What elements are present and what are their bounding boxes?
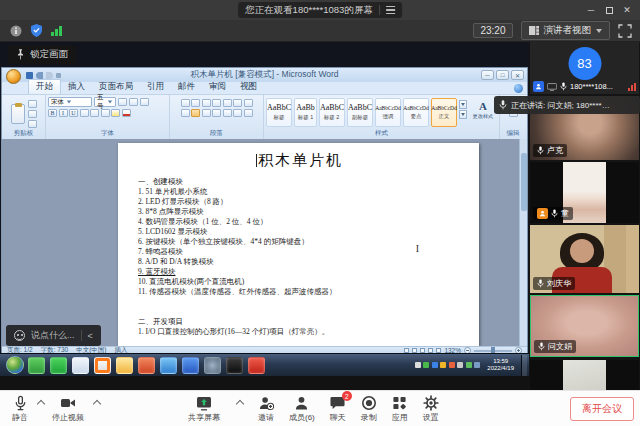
- chat-button[interactable]: 2 聊天: [330, 395, 346, 423]
- justify-button[interactable]: [212, 109, 221, 117]
- chat-quick-input[interactable]: 说点什么... <: [6, 325, 101, 346]
- word-close-button[interactable]: ✕: [511, 70, 524, 80]
- align-right-button[interactable]: [202, 109, 211, 117]
- superscript-button[interactable]: [101, 109, 110, 117]
- style-card-heading2[interactable]: AaBbC 标题 2: [319, 98, 345, 127]
- word-help-icon[interactable]: [514, 84, 523, 93]
- screen-recorder-icon[interactable]: [50, 357, 67, 374]
- browser-icon[interactable]: [28, 357, 45, 374]
- increase-indent-button[interactable]: [223, 99, 232, 107]
- font-size-combo[interactable]: 五号: [94, 97, 116, 107]
- pointer-app-icon[interactable]: [226, 357, 243, 374]
- align-center-button[interactable]: [191, 109, 200, 117]
- stop-video-button[interactable]: 停止视频: [52, 395, 84, 423]
- tab-page-layout[interactable]: 页面布局: [92, 80, 140, 94]
- apps-button[interactable]: 应用: [392, 395, 408, 423]
- align-left-button[interactable]: [181, 109, 190, 117]
- chat-collapse-icon[interactable]: <: [88, 331, 93, 341]
- app-icon[interactable]: [182, 357, 199, 374]
- globe-icon[interactable]: [204, 357, 221, 374]
- line-spacing-button[interactable]: [223, 109, 232, 117]
- tab-mailings[interactable]: 邮件: [171, 80, 202, 94]
- font-name-combo[interactable]: 宋体: [48, 97, 92, 107]
- chat-placeholder[interactable]: 说点什么...: [31, 329, 75, 342]
- style-card-emphasis[interactable]: AaBbCcDd 强调: [375, 98, 401, 127]
- borders-button[interactable]: [244, 109, 253, 117]
- mute-button[interactable]: 静音: [12, 395, 28, 423]
- shield-security-icon[interactable]: [31, 24, 42, 37]
- bullets-button[interactable]: [181, 99, 190, 107]
- zoom-slider[interactable]: [474, 350, 512, 352]
- sort-button[interactable]: [233, 99, 242, 107]
- notepad-icon[interactable]: [72, 357, 89, 374]
- system-tray-icons[interactable]: [415, 362, 481, 368]
- watching-banner[interactable]: 您正在观看180****1083的屏幕: [238, 2, 402, 18]
- powerpoint-icon[interactable]: [138, 357, 155, 374]
- participant-tile-presenter[interactable]: 83 180****108...: [530, 42, 639, 94]
- office-button[interactable]: [6, 69, 21, 84]
- styles-gallery-scroll[interactable]: [459, 98, 467, 119]
- multilevel-list-button[interactable]: [202, 99, 211, 107]
- view-mode-button[interactable]: 演讲者视图: [521, 21, 611, 40]
- fullscreen-icon[interactable]: [618, 24, 632, 38]
- style-card-points[interactable]: AaBbCcDd 要点: [403, 98, 429, 127]
- paste-button[interactable]: [11, 104, 25, 124]
- subscript-button[interactable]: [90, 109, 99, 117]
- shrink-font-button[interactable]: [129, 98, 138, 106]
- format-painter-button[interactable]: [28, 120, 37, 128]
- word-minimize-button[interactable]: ─: [481, 70, 494, 80]
- qq-icon[interactable]: [160, 357, 177, 374]
- sogou-icon[interactable]: [94, 357, 111, 374]
- document-page[interactable]: 积木单片机 一、创建模块 1. 51 单片机最小系统 2. LED 灯显示模块（…: [118, 143, 479, 346]
- share-screen-button[interactable]: 共享屏幕: [188, 395, 220, 423]
- decrease-indent-button[interactable]: [212, 99, 221, 107]
- tab-review[interactable]: 审阅: [202, 80, 233, 94]
- tab-insert[interactable]: 插入: [61, 80, 92, 94]
- invite-button[interactable]: 邀请: [258, 395, 274, 423]
- copy-button[interactable]: [28, 110, 37, 118]
- show-marks-button[interactable]: [244, 99, 253, 107]
- emoji-icon[interactable]: [14, 330, 25, 341]
- numbering-button[interactable]: [191, 99, 200, 107]
- show-desktop-button[interactable]: [521, 355, 527, 376]
- participant-tile[interactable]: 刘庆华: [530, 225, 639, 293]
- word-document-area[interactable]: 积木单片机 一、创建模块 1. 51 单片机最小系统 2. LED 灯显示模块（…: [2, 139, 527, 346]
- cut-button[interactable]: [28, 100, 37, 108]
- strikethrough-button[interactable]: [80, 109, 89, 117]
- italic-button[interactable]: I: [59, 109, 68, 117]
- shading-button[interactable]: [233, 109, 242, 117]
- minimize-button[interactable]: ─: [582, 2, 600, 18]
- video-options-chevron[interactable]: [93, 400, 101, 408]
- style-card-heading1[interactable]: AaBb 标题 1: [294, 98, 317, 127]
- font-color-button[interactable]: [122, 109, 131, 117]
- participant-tile-speaking[interactable]: 问文娟: [530, 295, 639, 357]
- settings-button[interactable]: 设置: [423, 395, 439, 423]
- style-card-normal[interactable]: AaBbCcDd 正文: [431, 98, 457, 127]
- participant-tile[interactable]: [530, 360, 639, 390]
- underline-button[interactable]: U: [69, 109, 78, 117]
- start-button[interactable]: [6, 356, 24, 374]
- pdf-icon[interactable]: [248, 357, 265, 374]
- clear-format-button[interactable]: [140, 98, 149, 106]
- style-card-subtitle[interactable]: AaBbC 副标题: [347, 98, 373, 127]
- leave-meeting-button[interactable]: 离开会议: [570, 397, 634, 421]
- close-button[interactable]: ✕: [618, 2, 636, 18]
- folder-icon[interactable]: [116, 357, 133, 374]
- share-options-chevron[interactable]: [236, 400, 244, 408]
- banner-menu-icon[interactable]: [386, 6, 395, 14]
- highlight-color-button[interactable]: [111, 109, 120, 117]
- maximize-button[interactable]: [600, 2, 618, 18]
- bold-button[interactable]: B: [48, 109, 57, 117]
- tab-view[interactable]: 视图: [233, 80, 264, 94]
- participant-tile[interactable]: 童: [530, 162, 639, 223]
- style-card-title[interactable]: AaBbC 标题: [266, 98, 292, 127]
- change-styles-button[interactable]: A 更改样式: [469, 98, 497, 121]
- taskbar-clock[interactable]: 13:59 2022/4/19: [483, 358, 518, 372]
- word-restore-button[interactable]: □: [496, 70, 509, 80]
- grow-font-button[interactable]: [118, 98, 127, 106]
- members-button[interactable]: 成员(6): [289, 395, 315, 423]
- tab-home[interactable]: 开始: [28, 79, 61, 94]
- info-icon[interactable]: [10, 25, 22, 37]
- document-scrollbar[interactable]: [519, 139, 527, 346]
- record-button[interactable]: 录制: [361, 395, 377, 423]
